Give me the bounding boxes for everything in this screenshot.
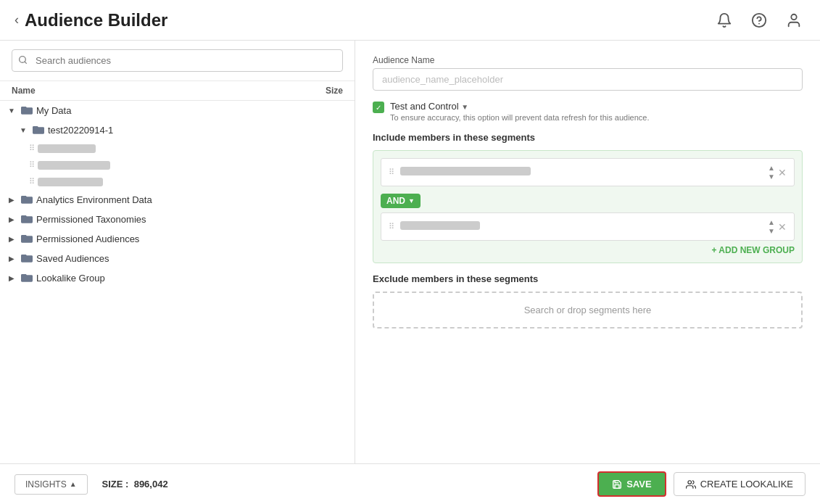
- chevron-right-icon: ▶: [6, 255, 17, 263]
- insights-button[interactable]: INSIGHTS ▲: [15, 474, 88, 495]
- folder-icon: [21, 233, 33, 245]
- drag-handle-icon: ⠿: [29, 160, 35, 170]
- folder-icon: [21, 213, 33, 226]
- test-control-checkbox[interactable]: ✓: [373, 102, 384, 113]
- bottom-left: INSIGHTS ▲ SIZE : 896,042: [15, 474, 168, 495]
- svg-point-2: [791, 14, 796, 19]
- search-icon: [18, 55, 28, 67]
- test-control-description: To ensure accuracy, this option will pre…: [390, 113, 649, 122]
- save-button[interactable]: SAVE: [597, 471, 666, 497]
- drag-handle-icon: ⠿: [29, 144, 35, 153]
- segment-up-down-button[interactable]: ▲▼: [768, 164, 775, 181]
- list-item[interactable]: ⠿: [0, 140, 355, 157]
- search-box: [0, 41, 355, 81]
- include-segments-box: ⠿ ▲▼ ✕ AND ▼ ⠿: [373, 150, 803, 263]
- and-label: AND: [386, 196, 405, 206]
- segment-controls: ▲▼ ✕: [768, 218, 787, 235]
- tree-item-label: Lookalike Group: [36, 273, 349, 284]
- folder-icon: [21, 194, 33, 206]
- tree-item-label: Permissioned Audiences: [36, 234, 349, 244]
- audience-name-label: Audience Name: [373, 55, 803, 65]
- chevron-right-icon: ▶: [6, 215, 17, 223]
- create-lookalike-label: CREATE LOOKALIKE: [700, 479, 793, 489]
- create-lookalike-button[interactable]: CREATE LOOKALIKE: [674, 472, 805, 496]
- tree-item-label: Permissioned Taxonomies: [36, 214, 349, 225]
- segment-name-1: [400, 167, 768, 178]
- segment-remove-button[interactable]: ✕: [778, 167, 787, 178]
- segment-text-blurred: [400, 167, 531, 175]
- drop-zone[interactable]: Search or drop segments here: [373, 292, 803, 329]
- segment-controls: ▲▼ ✕: [768, 164, 787, 181]
- right-panel: Audience Name ✓ Test and Control ▼ To en…: [355, 41, 820, 463]
- insights-label: INSIGHTS: [25, 479, 67, 489]
- save-label: SAVE: [626, 479, 651, 489]
- tree-item-taxonomies[interactable]: ▶ Permissioned Taxonomies: [0, 210, 355, 229]
- bottom-bar: INSIGHTS ▲ SIZE : 896,042 SAVE CREATE LO…: [0, 463, 820, 504]
- help-icon[interactable]: [747, 9, 771, 32]
- size-label: SIZE :: [102, 479, 129, 489]
- chevron-right-icon: ▶: [6, 235, 17, 243]
- test-control-label-wrap: Test and Control ▼ To ensure accuracy, t…: [390, 101, 649, 122]
- tree-item-test20220914[interactable]: ▼ test20220914-1: [0, 120, 355, 140]
- exclude-section-title: Exclude members in these segments: [373, 273, 803, 284]
- page-title: Audience Builder: [25, 10, 167, 30]
- tree-content: ▼ My Data ▼ test20220914-1 ⠿ ⠿: [0, 101, 355, 463]
- user-icon[interactable]: [782, 9, 805, 32]
- list-item[interactable]: ⠿: [0, 173, 355, 190]
- tree-item-my-data[interactable]: ▼ My Data: [0, 101, 355, 120]
- header: ‹ Audience Builder: [0, 0, 820, 41]
- insights-arrow-icon: ▲: [70, 480, 77, 488]
- main-content: Name Size ▼ My Data ▼ test20220914-1: [0, 41, 820, 463]
- search-input-wrap: [12, 49, 343, 72]
- tree-item-lookalike[interactable]: ▶ Lookalike Group: [0, 268, 355, 288]
- segment-up-down-button[interactable]: ▲▼: [768, 218, 775, 235]
- lookalike-icon: [686, 479, 696, 489]
- notification-icon[interactable]: [713, 9, 736, 32]
- header-icons: [713, 9, 805, 32]
- segment-name-2: [400, 221, 768, 232]
- tree-item-label: test20220914-1: [48, 125, 349, 136]
- chevron-right-icon: ▶: [6, 274, 17, 282]
- left-panel: Name Size ▼ My Data ▼ test20220914-1: [0, 41, 355, 463]
- save-icon: [612, 479, 622, 489]
- column-name-header: Name: [12, 86, 285, 96]
- segment-row-2: ⠿ ▲▼ ✕: [381, 212, 795, 241]
- tree-header: Name Size: [0, 81, 355, 101]
- and-operator-badge[interactable]: AND ▼: [381, 194, 421, 208]
- drag-handle-icon: ⠿: [29, 177, 35, 186]
- and-dropdown-icon: ▼: [408, 197, 415, 205]
- test-control-title: Test and Control ▼: [390, 101, 649, 112]
- back-button[interactable]: ‹: [15, 12, 19, 28]
- folder-icon: [33, 124, 44, 136]
- segment-remove-button[interactable]: ✕: [778, 221, 787, 233]
- dropdown-arrow-icon[interactable]: ▼: [461, 103, 468, 111]
- add-new-group-button[interactable]: + ADD NEW GROUP: [381, 245, 795, 255]
- test-control-row: ✓ Test and Control ▼ To ensure accuracy,…: [373, 101, 803, 122]
- folder-icon: [21, 252, 33, 265]
- segment-text-blurred: [400, 221, 480, 230]
- tree-item-label: My Data: [36, 105, 349, 116]
- search-input[interactable]: [12, 49, 343, 72]
- bottom-right: SAVE CREATE LOOKALIKE: [597, 471, 805, 497]
- tree-item-analytics[interactable]: ▶ Analytics Environment Data: [0, 190, 355, 210]
- list-item[interactable]: ⠿: [0, 157, 355, 173]
- size-value: 896,042: [134, 479, 168, 489]
- item-name-blurred: [38, 144, 96, 153]
- drag-handle-icon: ⠿: [389, 168, 394, 177]
- tree-item-saved[interactable]: ▶ Saved Audiences: [0, 249, 355, 268]
- svg-line-4: [25, 62, 26, 63]
- folder-icon: [21, 104, 33, 117]
- audience-name-input[interactable]: [373, 68, 803, 91]
- chevron-down-icon: ▼: [17, 126, 29, 134]
- header-left: ‹ Audience Builder: [15, 10, 167, 30]
- folder-icon: [21, 272, 33, 284]
- tree-item-label: Analytics Environment Data: [36, 194, 349, 205]
- chevron-down-icon: ▼: [6, 107, 17, 115]
- tree-item-label: Saved Audiences: [36, 253, 349, 264]
- exclude-section: Exclude members in these segments Search…: [373, 273, 803, 329]
- segment-row-1: ⠿ ▲▼ ✕: [381, 158, 795, 186]
- size-info: SIZE : 896,042: [102, 479, 168, 489]
- column-size-header: Size: [285, 86, 343, 96]
- tree-item-audiences[interactable]: ▶ Permissioned Audiences: [0, 229, 355, 249]
- item-name-blurred: [38, 161, 110, 170]
